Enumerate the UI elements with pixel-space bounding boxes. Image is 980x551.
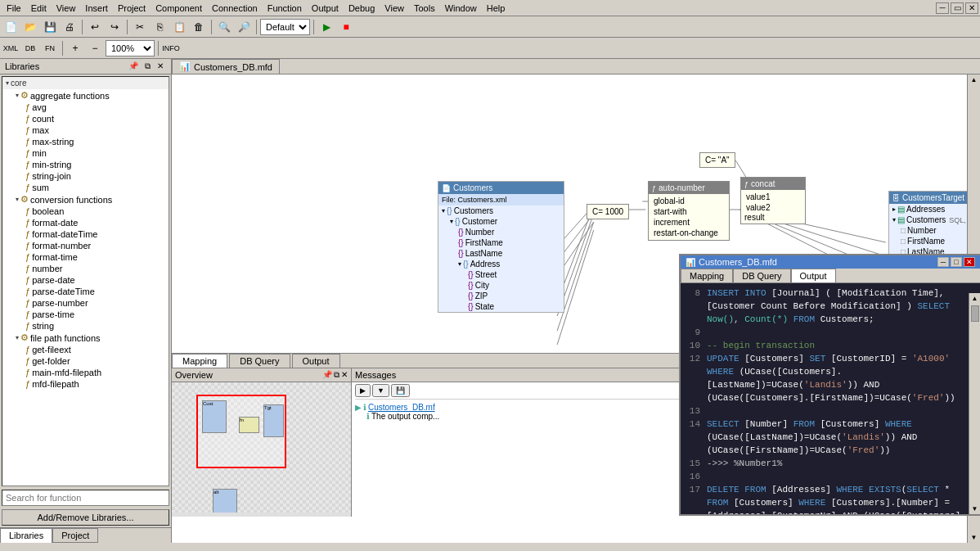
db-minimize-btn[interactable]: ─ xyxy=(937,257,949,267)
info-btn[interactable]: INFO xyxy=(162,40,180,56)
parse-datetime-item[interactable]: ƒ parse-dateTime xyxy=(2,286,169,297)
db-scrollbar[interactable]: ▲ ▼ xyxy=(969,293,980,514)
redo-btn[interactable]: ↪ xyxy=(106,19,124,35)
db-tab-output[interactable]: Output xyxy=(791,269,836,282)
format-datetime-item[interactable]: ƒ format-dateTime xyxy=(2,228,169,240)
tab-mapping[interactable]: Mapping xyxy=(172,354,227,368)
menu-view2[interactable]: View xyxy=(380,2,409,15)
app-minimize-btn[interactable]: ─ xyxy=(936,2,949,14)
conversion-functions-item[interactable]: ▾ ⚙ conversion functions xyxy=(2,193,169,205)
overview-close-btn[interactable]: ✕ xyxy=(341,370,348,380)
menu-output[interactable]: Output xyxy=(307,2,344,15)
find-btn[interactable]: 🔍 xyxy=(215,19,233,35)
zoom-dropdown[interactable]: 100% xyxy=(106,40,155,56)
tab-project[interactable]: Project xyxy=(52,528,98,543)
min-string-item[interactable]: ƒ min-string xyxy=(2,159,169,170)
overview-pin-btn[interactable]: 📌 xyxy=(322,370,332,380)
customers-target-header[interactable]: 🗄 CustomersTarget 👁 xyxy=(889,192,967,204)
menu-insert[interactable]: Insert xyxy=(80,2,113,15)
parse-date-item[interactable]: ƒ parse-date xyxy=(2,274,169,286)
save-btn[interactable]: 💾 xyxy=(41,19,59,35)
format-date-item[interactable]: ƒ format-date xyxy=(2,217,169,228)
db-maximize-btn[interactable]: □ xyxy=(951,257,962,267)
mfd-filepath-item[interactable]: ƒ mfd-filepath xyxy=(2,378,169,390)
core-section[interactable]: ▾ core xyxy=(2,77,169,89)
tab-output[interactable]: Output xyxy=(292,354,340,368)
parse-number-item[interactable]: ƒ parse-number xyxy=(2,297,169,309)
concat-header[interactable]: ƒ concat xyxy=(741,178,805,190)
menu-debug[interactable]: Debug xyxy=(344,2,380,15)
menu-tools[interactable]: Tools xyxy=(409,2,440,15)
db-scroll-thumb[interactable] xyxy=(971,305,979,322)
overview-float-btn[interactable]: ⧉ xyxy=(334,370,339,380)
run-btn[interactable]: ▶ xyxy=(317,19,335,35)
add-remove-libraries-btn[interactable]: Add/Remove Libraries... xyxy=(2,509,169,526)
parse-time-item[interactable]: ƒ parse-time xyxy=(2,309,169,320)
stop-btn[interactable]: ■ xyxy=(337,19,355,35)
scroll-down-btn[interactable]: ▼ xyxy=(971,534,978,541)
string-item[interactable]: ƒ string xyxy=(2,320,169,332)
menu-window[interactable]: Window xyxy=(440,2,482,15)
msg-filter-btn[interactable]: ▼ xyxy=(372,384,389,397)
config-dropdown[interactable]: Default xyxy=(260,19,310,35)
menu-component[interactable]: Component xyxy=(151,2,207,15)
tb2-btn2[interactable]: DB xyxy=(21,40,39,56)
customers-source-header[interactable]: 📄 Customers xyxy=(438,182,564,194)
msg-expand-0[interactable]: ▶ xyxy=(355,403,362,412)
find2-btn[interactable]: 🔎 xyxy=(235,19,253,35)
get-folder-item[interactable]: ƒ get-folder xyxy=(2,355,169,367)
aggregate-functions-item[interactable]: ▾ ⚙ aggregate functions xyxy=(2,89,169,102)
menu-connection[interactable]: Connection xyxy=(207,2,263,15)
tb2-btn1[interactable]: XML xyxy=(2,40,20,56)
menu-edit[interactable]: Edit xyxy=(26,2,52,15)
db-tab-mapping[interactable]: Mapping xyxy=(681,269,733,282)
db-scroll-down[interactable]: ▼ xyxy=(970,504,980,514)
print-btn[interactable]: 🖨 xyxy=(61,19,79,35)
db-tab-dbquery[interactable]: DB Query xyxy=(733,269,790,282)
max-string-item[interactable]: ƒ max-string xyxy=(2,136,169,147)
app-restore-btn[interactable]: ▭ xyxy=(951,2,964,14)
menu-help[interactable]: Help xyxy=(482,2,510,15)
count-item[interactable]: ƒ count xyxy=(2,113,169,124)
tab-libraries[interactable]: Libraries xyxy=(0,528,52,543)
format-number-item[interactable]: ƒ format-number xyxy=(2,240,169,251)
get-fileext-item[interactable]: ƒ get-fileext xyxy=(2,344,169,355)
avg-item[interactable]: ƒ avg xyxy=(2,102,169,113)
min-item[interactable]: ƒ min xyxy=(2,147,169,159)
search-input[interactable] xyxy=(2,490,169,506)
scroll-up-btn[interactable]: ▲ xyxy=(971,76,978,84)
open-btn[interactable]: 📂 xyxy=(21,19,39,35)
tb2-btn3[interactable]: FN xyxy=(41,40,59,56)
msg-clear-btn[interactable]: ▶ xyxy=(355,384,371,397)
menu-file[interactable]: File xyxy=(2,2,26,15)
boolean-item[interactable]: ƒ boolean xyxy=(2,205,169,217)
panel-pin-btn[interactable]: 📌 xyxy=(126,61,141,71)
delete-btn[interactable]: 🗑 xyxy=(190,19,208,35)
overview-viewport[interactable]: Cust fn Tgt xyxy=(196,395,286,468)
menu-function[interactable]: Function xyxy=(263,2,307,15)
menu-view[interactable]: View xyxy=(52,2,81,15)
msg-save-btn[interactable]: 💾 xyxy=(391,384,410,397)
panel-float-btn[interactable]: ⧉ xyxy=(142,61,153,71)
paste-btn[interactable]: 📋 xyxy=(170,19,188,35)
db-close-btn[interactable]: ✕ xyxy=(964,257,975,267)
string-join-item[interactable]: ƒ string-join xyxy=(2,170,169,182)
menu-project[interactable]: Project xyxy=(113,2,151,15)
new-btn[interactable]: 📄 xyxy=(2,19,20,35)
app-close-btn[interactable]: ✕ xyxy=(965,2,978,14)
copy-btn[interactable]: ⎘ xyxy=(151,19,169,35)
undo-btn[interactable]: ↩ xyxy=(86,19,104,35)
zoom-out-btn[interactable]: − xyxy=(86,40,104,56)
panel-close-btn[interactable]: ✕ xyxy=(155,61,166,71)
format-time-item[interactable]: ƒ format-time xyxy=(2,251,169,263)
autonumber-header[interactable]: ƒ auto-number xyxy=(649,182,729,194)
db-scroll-up[interactable]: ▲ xyxy=(970,293,980,304)
sum-item[interactable]: ƒ sum xyxy=(2,182,169,193)
main-mfd-filepath-item[interactable]: ƒ main-mfd-filepath xyxy=(2,367,169,378)
number-item[interactable]: ƒ number xyxy=(2,263,169,274)
filepath-functions-item[interactable]: ▾ ⚙ file path functions xyxy=(2,332,169,344)
file-tab-customers[interactable]: 📊 Customers_DB.mfd xyxy=(172,59,280,74)
tab-db-query[interactable]: DB Query xyxy=(229,354,290,368)
max-item[interactable]: ƒ max xyxy=(2,124,169,136)
zoom-in-btn[interactable]: + xyxy=(66,40,84,56)
